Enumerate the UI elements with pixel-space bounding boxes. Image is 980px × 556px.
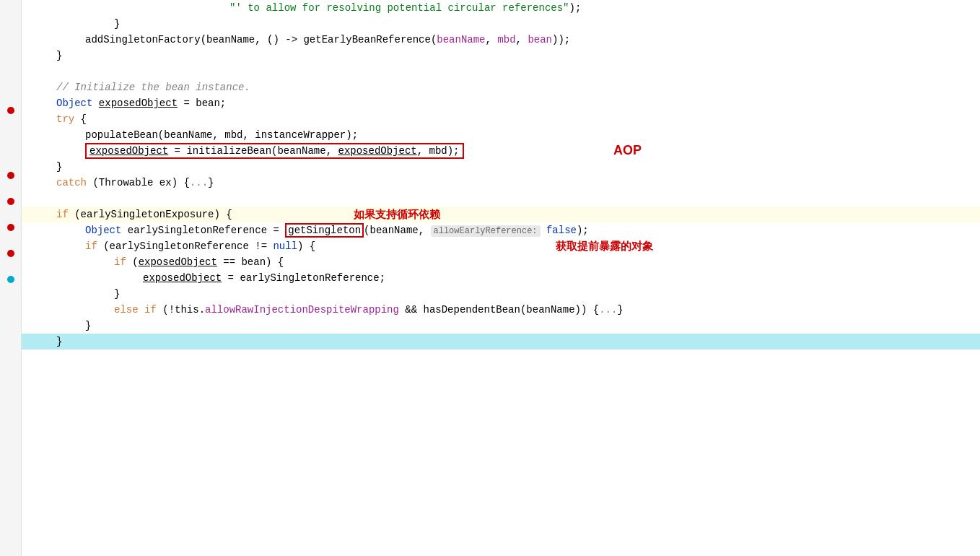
- code-line-11: }: [22, 159, 980, 175]
- code-text: addSingletonFactory(beanName, () -> getE…: [27, 34, 570, 45]
- gutter-line-9: [6, 104, 15, 117]
- gutter-line-12: [6, 143, 15, 156]
- gutter-line-8: [6, 91, 15, 104]
- gutter-line-31: [6, 390, 15, 403]
- code-line-1: "' to allow for resolving potential circ…: [22, 0, 980, 16]
- string-literal: "' to allow for resolving potential circ…: [229, 2, 569, 14]
- gutter-line-26: [6, 325, 15, 338]
- code-text: catch (Throwable ex) {...}: [27, 177, 214, 188]
- code-text: if (earlySingletonExposure) {: [27, 209, 232, 220]
- circular-annotation: 如果支持循环依赖: [354, 208, 440, 222]
- gutter: [0, 0, 22, 556]
- gutter-line-11: [6, 130, 15, 143]
- initialize-bean-highlight: exposedObject = initializeBean(beanName,…: [85, 143, 464, 159]
- code-text: if (exposedObject == bean) {: [27, 256, 284, 268]
- gutter-line-22: [6, 273, 15, 286]
- code-line-9: populateBean(beanName, mbd, instanceWrap…: [22, 127, 980, 143]
- aop-annotation: AOP: [613, 143, 642, 158]
- code-text: }: [27, 320, 91, 331]
- code-text: exposedObject = earlySingletonReference;: [27, 272, 385, 284]
- code-text: }: [27, 18, 120, 30]
- get-singleton-highlight: getSingleton: [285, 223, 364, 238]
- code-line-22: }: [22, 334, 980, 349]
- gutter-line-6: [6, 65, 15, 78]
- code-text: }: [27, 336, 62, 347]
- gutter-line-4: [6, 39, 15, 52]
- code-text: }: [27, 50, 62, 61]
- code-line-3: addSingletonFactory(beanName, () -> getE…: [22, 32, 980, 48]
- code-line-4: }: [22, 48, 980, 64]
- code-line-12: catch (Throwable ex) {...}: [22, 175, 980, 191]
- code-line-7: Object exposedObject = bean;: [22, 95, 980, 111]
- gutter-line-23: [6, 286, 15, 299]
- code-line-16: if (earlySingletonReference != null) {: [22, 238, 980, 254]
- code-text: }: [27, 161, 62, 173]
- code-line-20: else if (!this.allowRawInjectionDespiteW…: [22, 302, 980, 318]
- code-line-6: // Initialize the bean instance.: [22, 79, 980, 95]
- gutter-line-10: [6, 117, 15, 130]
- gutter-line-24: [6, 299, 15, 312]
- editor-container: "' to allow for resolving potential circ…: [0, 0, 980, 556]
- code-line-17: if (exposedObject == bean) {: [22, 254, 980, 270]
- code-line-19: }: [22, 286, 980, 302]
- gutter-line-21: [6, 260, 15, 273]
- code-text: try {: [27, 113, 87, 125]
- gutter-line-34: [6, 429, 15, 442]
- code-line-15: Object earlySingletonReference = getSing…: [22, 222, 980, 238]
- gutter-line-28: [6, 351, 15, 364]
- gutter-line-17: [6, 208, 15, 221]
- code-line-13: [22, 191, 980, 207]
- gutter-line-32: [6, 403, 15, 416]
- gutter-line-35: [6, 442, 15, 455]
- param-hint: allowEarlyReference:: [431, 225, 541, 237]
- code-text: Object exposedObject = bean;: [27, 97, 226, 109]
- code-area: "' to allow for resolving potential circ…: [22, 0, 980, 556]
- gutter-line-20: [6, 247, 15, 260]
- gutter-line-3: [6, 26, 15, 39]
- code-text: }: [27, 288, 120, 300]
- gutter-line-19: [6, 234, 15, 247]
- gutter-line-30: [6, 377, 15, 390]
- gutter-line-33: [6, 416, 15, 429]
- gutter-line-27: [6, 338, 15, 351]
- code-line-10: exposedObject = initializeBean(beanName,…: [22, 143, 980, 159]
- gutter-line-1: [6, 0, 15, 13]
- code-text: populateBean(beanName, mbd, instanceWrap…: [27, 129, 358, 141]
- gutter-line-15: [6, 182, 15, 195]
- gutter-line-18: [6, 221, 15, 234]
- gutter-line-29: [6, 364, 15, 377]
- gutter-line-25: [6, 312, 15, 325]
- code-line-18: exposedObject = earlySingletonReference;: [22, 270, 980, 286]
- gutter-line-7: [6, 78, 15, 91]
- code-text: else if (!this.allowRawInjectionDespiteW…: [27, 304, 624, 316]
- code-text: Object earlySingletonReference = getSing…: [27, 223, 589, 238]
- code-line-8: try {: [22, 111, 980, 127]
- code-text: if (earlySingletonReference != null) {: [27, 240, 315, 252]
- code-line-5: [22, 64, 980, 79]
- code-line-2: }: [22, 16, 980, 32]
- gutter-line-16: [6, 195, 15, 208]
- code-text: "' to allow for resolving potential circ…: [27, 2, 581, 14]
- gutter-line-14: [6, 169, 15, 182]
- gutter-line-13: [6, 156, 15, 169]
- code-line-14: if (earlySingletonExposure) { 如果支持循环依赖: [22, 207, 980, 222]
- code-text: exposedObject = initializeBean(beanName,…: [27, 143, 464, 159]
- code-line-21: }: [22, 318, 980, 334]
- gutter-line-5: [6, 52, 15, 65]
- gutter-line-2: [6, 13, 15, 26]
- code-line-23: [22, 349, 980, 365]
- code-text: // Initialize the bean instance.: [27, 82, 250, 93]
